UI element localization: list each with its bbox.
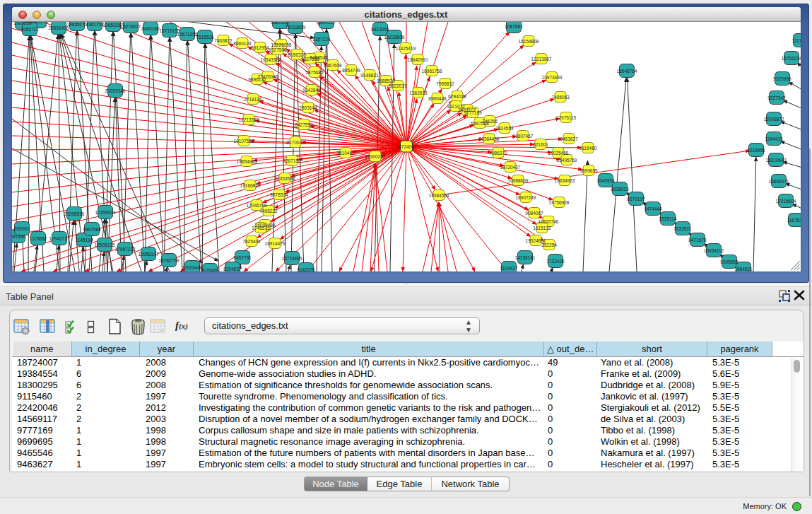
svg-text:8215955: 8215955 [747, 148, 765, 153]
svg-text:17046798: 17046798 [247, 203, 267, 208]
svg-text:19756928: 19756928 [549, 200, 570, 205]
svg-text:16782759: 16782759 [159, 258, 180, 263]
svg-text:1244415: 1244415 [765, 136, 783, 141]
svg-text:12213389: 12213389 [239, 117, 259, 122]
svg-text:19384554: 19384554 [429, 193, 449, 198]
svg-text:10807467: 10807467 [513, 134, 534, 139]
svg-text:8660124: 8660124 [233, 41, 252, 46]
svg-text:9329966: 9329966 [773, 76, 792, 81]
svg-text:621601: 621601 [533, 142, 548, 147]
svg-text:9135468: 9135468 [201, 268, 219, 272]
svg-text:9699695: 9699695 [579, 168, 598, 173]
svg-text:8878334: 8878334 [270, 192, 288, 197]
svg-text:9115460: 9115460 [579, 146, 597, 151]
svg-text:18640910: 18640910 [408, 57, 428, 62]
svg-text:9227342: 9227342 [767, 95, 786, 100]
svg-text:6679197: 6679197 [627, 197, 645, 201]
svg-text:8840127: 8840127 [317, 22, 336, 25]
svg-text:4498222: 4498222 [259, 209, 278, 214]
svg-text:252254: 252254 [541, 243, 557, 247]
svg-text:7955812: 7955812 [436, 81, 454, 86]
svg-text:9896132: 9896132 [248, 77, 266, 82]
svg-text:14136141: 14136141 [515, 255, 536, 260]
svg-text:19218506: 19218506 [384, 35, 405, 40]
svg-text:1615132: 1615132 [533, 226, 551, 230]
svg-text:10958107: 10958107 [139, 252, 159, 257]
svg-text:19654985: 19654985 [237, 159, 257, 164]
svg-text:2055721: 2055721 [20, 27, 39, 32]
svg-text:18907249: 18907249 [516, 195, 536, 200]
svg-text:2170042: 2170042 [286, 140, 305, 145]
svg-text:20691406: 20691406 [49, 25, 69, 30]
svg-text:16914479: 16914479 [265, 241, 286, 246]
svg-text:10654112: 10654112 [704, 248, 724, 253]
svg-text:18300295: 18300295 [365, 154, 386, 159]
svg-text:9474444: 9474444 [644, 206, 662, 211]
svg-text:1733426: 1733426 [546, 259, 565, 264]
svg-text:7986372: 7986372 [489, 151, 507, 156]
svg-text:935061: 935061 [14, 226, 30, 231]
svg-text:17016504: 17016504 [776, 199, 796, 204]
svg-text:12942737: 12942737 [49, 236, 70, 241]
svg-text:20053346: 20053346 [105, 88, 126, 93]
svg-text:2367608: 2367608 [324, 63, 342, 68]
svg-text:11325419: 11325419 [396, 46, 416, 51]
svg-text:9361753: 9361753 [86, 22, 104, 27]
svg-text:16154808: 16154808 [519, 39, 539, 44]
svg-text:8427552: 8427552 [295, 122, 313, 127]
svg-text:12923446: 12923446 [182, 265, 203, 270]
svg-text:12093872: 12093872 [764, 117, 784, 122]
svg-text:17359924: 17359924 [95, 210, 116, 215]
svg-text:13226058: 13226058 [271, 42, 292, 47]
svg-text:2087682: 2087682 [505, 24, 523, 29]
svg-text:9997588: 9997588 [83, 227, 101, 232]
svg-text:9245652: 9245652 [720, 259, 739, 264]
svg-text:9084067: 9084067 [525, 211, 543, 216]
svg-text:6794028: 6794028 [448, 94, 466, 99]
svg-text:18724007: 18724007 [396, 144, 417, 149]
svg-text:3610462: 3610462 [336, 151, 355, 156]
svg-text:8267150: 8267150 [283, 158, 301, 163]
svg-text:16033809: 16033809 [286, 25, 306, 30]
svg-text:1588520: 1588520 [377, 78, 395, 83]
svg-text:18720407: 18720407 [500, 165, 521, 170]
svg-text:9146821: 9146821 [360, 73, 379, 78]
svg-text:391596: 391596 [12, 234, 25, 239]
svg-text:1084521: 1084521 [734, 267, 753, 271]
svg-text:1746519: 1746519 [252, 226, 270, 230]
svg-text:19166825: 19166825 [240, 183, 261, 188]
svg-text:7357224: 7357224 [312, 37, 331, 42]
svg-text:8822037: 8822037 [389, 83, 407, 88]
svg-text:7515526: 7515526 [196, 35, 214, 40]
svg-text:746266: 746266 [482, 119, 498, 124]
svg-text:7485063: 7485063 [551, 95, 570, 100]
svg-text:16648764: 16648764 [617, 69, 637, 74]
svg-text:8990448: 8990448 [428, 96, 447, 101]
svg-text:3824554: 3824554 [495, 126, 514, 131]
svg-text:12213967: 12213967 [531, 57, 552, 62]
svg-text:10973493: 10973493 [542, 75, 563, 80]
svg-text:9777169: 9777169 [464, 110, 482, 115]
svg-text:7632621: 7632621 [673, 226, 692, 231]
svg-text:10520746: 10520746 [539, 219, 559, 224]
svg-text:16961758: 16961758 [422, 69, 442, 74]
svg-text:1104427: 1104427 [500, 266, 518, 271]
svg-text:8204537: 8204537 [223, 267, 242, 271]
svg-text:9327500: 9327500 [269, 47, 287, 52]
svg-text:20364436: 20364436 [479, 136, 500, 141]
svg-text:10688609: 10688609 [508, 178, 529, 183]
svg-text:8471676: 8471676 [688, 238, 707, 243]
svg-text:5875685: 5875685 [305, 70, 324, 75]
svg-text:19654923: 19654923 [555, 178, 575, 183]
svg-text:2935114: 2935114 [659, 216, 677, 221]
svg-text:18655271: 18655271 [67, 22, 88, 27]
svg-text:1167533: 1167533 [787, 218, 801, 223]
svg-text:1909559: 1909559 [13, 22, 32, 25]
svg-text:9242845: 9242845 [302, 88, 321, 93]
svg-text:10543362: 10543362 [261, 57, 281, 62]
svg-text:8813054: 8813054 [371, 27, 389, 32]
svg-text:12975115: 12975115 [556, 115, 577, 120]
svg-text:9457791: 9457791 [233, 255, 252, 260]
svg-text:17957223: 17957223 [115, 247, 136, 252]
svg-text:1362615: 1362615 [409, 90, 428, 95]
